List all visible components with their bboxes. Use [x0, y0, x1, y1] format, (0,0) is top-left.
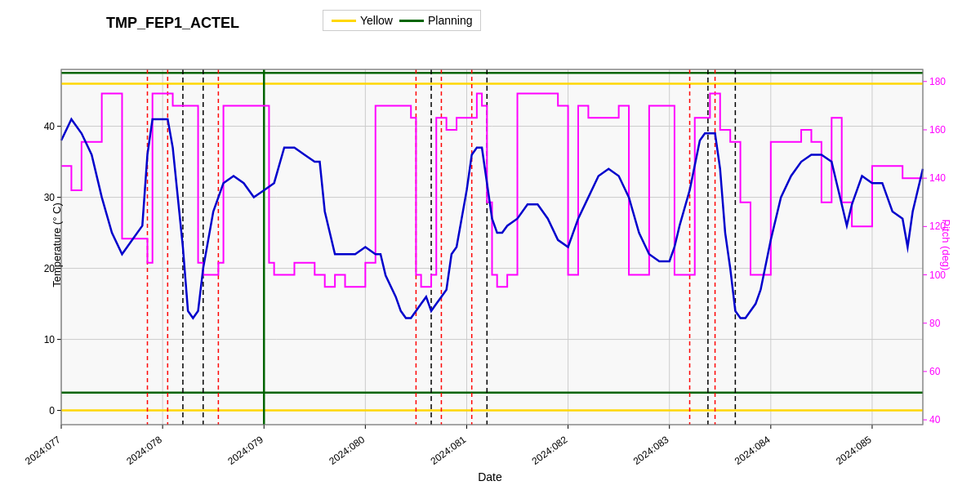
x-axis-label: Date [478, 470, 502, 483]
planning-legend-line [399, 20, 424, 22]
yellow-legend-line [332, 20, 356, 22]
chart-title: TMP_FEP1_ACTEL [106, 15, 239, 32]
legend-yellow: Yellow [332, 14, 393, 27]
planning-legend-label: Planning [428, 14, 473, 27]
legend-planning: Planning [399, 14, 473, 27]
yellow-legend-label: Yellow [360, 14, 393, 27]
legend: Yellow Planning [323, 10, 481, 31]
y-axis-right-label: Pitch (deg) [940, 220, 952, 271]
chart-container: TMP_FEP1_ACTEL Yellow Planning Temperatu… [0, 0, 980, 490]
y-axis-left-label: Temperature (° C) [51, 203, 63, 287]
